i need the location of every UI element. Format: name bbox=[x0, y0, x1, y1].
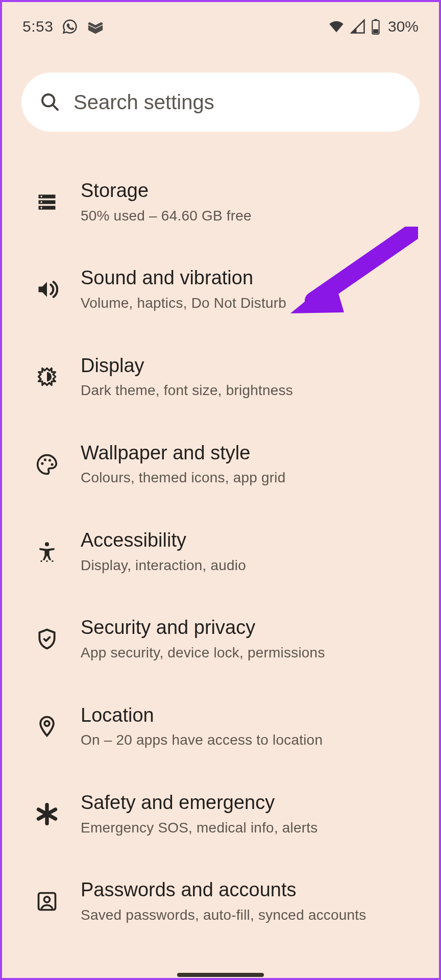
item-subtitle: Emergency SOS, medical info, alerts bbox=[81, 818, 318, 838]
item-text: Passwords and accounts Saved passwords, … bbox=[81, 878, 366, 924]
shield-icon bbox=[36, 628, 58, 650]
settings-item-safety[interactable]: Safety and emergency Emergency SOS, medi… bbox=[2, 770, 439, 857]
svg-point-17 bbox=[46, 560, 47, 562]
item-subtitle: Volume, haptics, Do Not Disturb bbox=[81, 293, 286, 313]
status-left: 5:53 bbox=[22, 18, 104, 35]
item-subtitle: On – 20 apps have access to location bbox=[81, 730, 323, 750]
item-title: Security and privacy bbox=[81, 616, 325, 640]
item-subtitle: Display, interaction, audio bbox=[81, 556, 246, 575]
settings-item-location[interactable]: Location On – 20 apps have access to loc… bbox=[2, 683, 439, 770]
item-text: Security and privacy App security, devic… bbox=[81, 616, 325, 662]
search-container: Search settings bbox=[2, 42, 439, 138]
settings-item-wallpaper[interactable]: Wallpaper and style Colours, themed icon… bbox=[2, 421, 439, 508]
svg-point-13 bbox=[48, 459, 51, 461]
svg-point-21 bbox=[44, 897, 50, 902]
status-clock: 5:53 bbox=[22, 18, 53, 35]
svg-point-19 bbox=[44, 721, 50, 726]
accessibility-icon bbox=[36, 541, 58, 563]
item-subtitle: Dark theme, font size, brightness bbox=[81, 381, 293, 400]
svg-point-8 bbox=[40, 195, 42, 197]
item-text: Storage 50% used – 64.60 GB free bbox=[81, 179, 252, 225]
storage-icon bbox=[36, 191, 58, 213]
svg-point-15 bbox=[45, 542, 49, 546]
status-bar: 5:53 30% bbox=[2, 2, 439, 42]
item-title: Location bbox=[81, 703, 323, 728]
svg-point-9 bbox=[40, 201, 42, 203]
item-text: Accessibility Display, interaction, audi… bbox=[81, 528, 246, 575]
item-text: Safety and emergency Emergency SOS, medi… bbox=[81, 791, 318, 837]
status-right: 30% bbox=[328, 18, 419, 35]
svg-point-14 bbox=[51, 463, 54, 465]
svg-point-10 bbox=[40, 207, 42, 208]
settings-item-security[interactable]: Security and privacy App security, devic… bbox=[2, 595, 439, 682]
item-subtitle: App security, device lock, permissions bbox=[81, 643, 325, 663]
item-title: Safety and emergency bbox=[81, 791, 318, 815]
svg-rect-2 bbox=[373, 29, 378, 33]
item-text: Sound and vibration Volume, haptics, Do … bbox=[81, 266, 286, 312]
item-subtitle: Saved passwords, auto-fill, synced accou… bbox=[81, 905, 366, 925]
svg-rect-1 bbox=[374, 19, 377, 20]
item-title: Passwords and accounts bbox=[81, 878, 366, 902]
item-title: Storage bbox=[81, 179, 252, 203]
svg-point-18 bbox=[52, 560, 53, 562]
item-text: Location On – 20 apps have access to loc… bbox=[81, 703, 323, 750]
settings-item-display[interactable]: Display Dark theme, font size, brightnes… bbox=[2, 333, 439, 421]
settings-list: Storage 50% used – 64.60 GB free Sound a… bbox=[2, 138, 439, 930]
settings-item-accessibility[interactable]: Accessibility Display, interaction, audi… bbox=[2, 508, 439, 595]
settings-item-sound[interactable]: Sound and vibration Volume, haptics, Do … bbox=[2, 246, 439, 333]
asterisk-icon bbox=[36, 803, 58, 825]
device-frame: 5:53 30% Search sett bbox=[0, 0, 441, 980]
account-icon bbox=[36, 890, 58, 913]
item-subtitle: Colours, themed icons, app grid bbox=[81, 468, 286, 487]
settings-item-storage[interactable]: Storage 50% used – 64.60 GB free bbox=[2, 158, 439, 246]
search-placeholder: Search settings bbox=[74, 91, 214, 114]
svg-point-12 bbox=[44, 458, 46, 461]
navigation-handle[interactable] bbox=[177, 973, 264, 977]
wifi-icon bbox=[328, 19, 345, 34]
svg-point-11 bbox=[41, 462, 43, 464]
display-icon bbox=[36, 365, 58, 388]
item-title: Sound and vibration bbox=[81, 266, 286, 290]
sound-icon bbox=[36, 278, 58, 301]
battery-icon bbox=[371, 18, 381, 35]
item-text: Display Dark theme, font size, brightnes… bbox=[81, 354, 293, 400]
item-text: Wallpaper and style Colours, themed icon… bbox=[81, 441, 286, 487]
search-bar[interactable]: Search settings bbox=[21, 72, 420, 132]
search-icon bbox=[40, 92, 60, 112]
battery-percent: 30% bbox=[388, 18, 419, 35]
whatsapp-icon bbox=[62, 19, 78, 34]
signal-icon bbox=[350, 19, 365, 34]
package-icon bbox=[87, 18, 104, 35]
svg-line-4 bbox=[53, 105, 58, 110]
svg-point-16 bbox=[40, 560, 42, 562]
settings-item-passwords[interactable]: Passwords and accounts Saved passwords, … bbox=[2, 857, 439, 929]
item-subtitle: 50% used – 64.60 GB free bbox=[81, 206, 252, 226]
palette-icon bbox=[36, 453, 58, 476]
item-title: Wallpaper and style bbox=[81, 441, 286, 465]
item-title: Accessibility bbox=[81, 528, 246, 553]
location-icon bbox=[36, 715, 58, 738]
item-title: Display bbox=[81, 354, 293, 378]
